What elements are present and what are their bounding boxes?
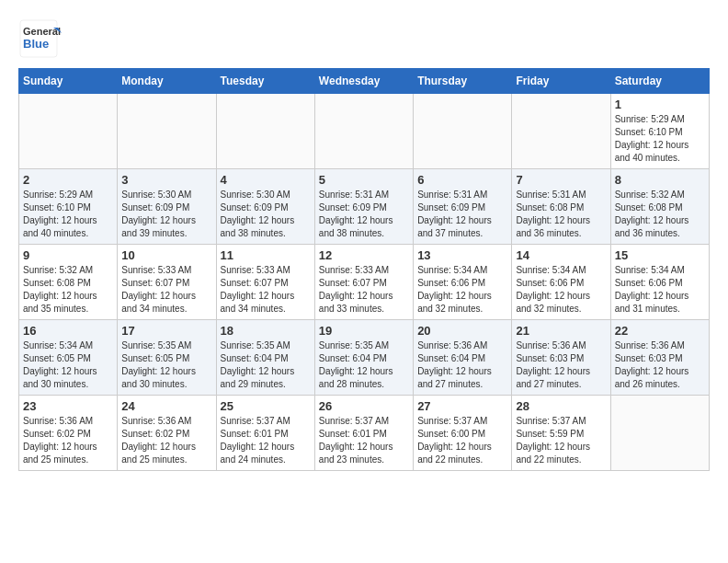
logo-svg: General Blue: [18, 18, 64, 59]
day-info: Sunrise: 5:32 AM Sunset: 6:08 PM Dayligh…: [615, 189, 705, 240]
calendar-cell: 6Sunrise: 5:31 AM Sunset: 6:09 PM Daylig…: [414, 169, 512, 245]
day-info: Sunrise: 5:31 AM Sunset: 6:08 PM Dayligh…: [516, 189, 606, 240]
calendar-cell: 16Sunrise: 5:34 AM Sunset: 6:05 PM Dayli…: [19, 320, 118, 396]
day-info: Sunrise: 5:37 AM Sunset: 6:01 PM Dayligh…: [221, 415, 311, 466]
col-header-thursday: Thursday: [414, 69, 512, 94]
day-info: Sunrise: 5:37 AM Sunset: 5:59 PM Dayligh…: [516, 415, 606, 466]
day-number: 4: [221, 173, 311, 187]
calendar-cell: 9Sunrise: 5:32 AM Sunset: 6:08 PM Daylig…: [19, 245, 118, 320]
svg-text:Blue: Blue: [23, 37, 49, 51]
day-number: 12: [319, 248, 409, 262]
day-number: 2: [23, 173, 113, 187]
day-number: 9: [23, 248, 113, 262]
calendar-cell: [414, 94, 512, 169]
day-number: 15: [615, 248, 705, 262]
day-number: 19: [319, 324, 409, 338]
day-number: 24: [121, 399, 211, 413]
calendar-cell: [118, 94, 216, 169]
day-info: Sunrise: 5:36 AM Sunset: 6:02 PM Dayligh…: [121, 415, 211, 466]
calendar-cell: 1Sunrise: 5:29 AM Sunset: 6:10 PM Daylig…: [610, 94, 709, 169]
day-info: Sunrise: 5:30 AM Sunset: 6:09 PM Dayligh…: [121, 189, 211, 240]
calendar-cell: 8Sunrise: 5:32 AM Sunset: 6:08 PM Daylig…: [610, 169, 709, 245]
day-info: Sunrise: 5:31 AM Sunset: 6:09 PM Dayligh…: [319, 189, 409, 240]
calendar-cell: 7Sunrise: 5:31 AM Sunset: 6:08 PM Daylig…: [512, 169, 610, 245]
day-info: Sunrise: 5:30 AM Sunset: 6:09 PM Dayligh…: [221, 189, 311, 240]
day-info: Sunrise: 5:34 AM Sunset: 6:06 PM Dayligh…: [516, 264, 606, 316]
calendar-cell: [216, 94, 314, 169]
day-number: 28: [516, 399, 606, 413]
svg-text:General: General: [23, 26, 61, 37]
day-info: Sunrise: 5:36 AM Sunset: 6:03 PM Dayligh…: [615, 339, 705, 391]
day-number: 5: [319, 173, 409, 187]
calendar-cell: 19Sunrise: 5:35 AM Sunset: 6:04 PM Dayli…: [314, 320, 413, 396]
calendar-header-row: SundayMondayTuesdayWednesdayThursdayFrid…: [19, 69, 710, 94]
day-number: 25: [221, 399, 311, 413]
calendar-cell: 18Sunrise: 5:35 AM Sunset: 6:04 PM Dayli…: [216, 320, 314, 396]
day-info: Sunrise: 5:35 AM Sunset: 6:04 PM Dayligh…: [221, 339, 311, 391]
calendar-cell: 24Sunrise: 5:36 AM Sunset: 6:02 PM Dayli…: [118, 396, 216, 471]
col-header-sunday: Sunday: [19, 69, 118, 94]
day-number: 3: [121, 173, 211, 187]
day-info: Sunrise: 5:33 AM Sunset: 6:07 PM Dayligh…: [221, 264, 311, 316]
calendar-cell: 12Sunrise: 5:33 AM Sunset: 6:07 PM Dayli…: [314, 245, 413, 320]
day-number: 18: [221, 324, 311, 338]
day-number: 20: [417, 324, 507, 338]
calendar-cell: 14Sunrise: 5:34 AM Sunset: 6:06 PM Dayli…: [512, 245, 610, 320]
day-info: Sunrise: 5:35 AM Sunset: 6:04 PM Dayligh…: [319, 339, 409, 391]
day-info: Sunrise: 5:29 AM Sunset: 6:10 PM Dayligh…: [615, 113, 705, 165]
calendar-cell: 28Sunrise: 5:37 AM Sunset: 5:59 PM Dayli…: [512, 396, 610, 471]
calendar-cell: 11Sunrise: 5:33 AM Sunset: 6:07 PM Dayli…: [216, 245, 314, 320]
day-info: Sunrise: 5:36 AM Sunset: 6:03 PM Dayligh…: [516, 339, 606, 391]
day-number: 7: [516, 173, 606, 187]
day-number: 17: [121, 324, 211, 338]
day-number: 23: [23, 399, 113, 413]
day-info: Sunrise: 5:33 AM Sunset: 6:07 PM Dayligh…: [319, 264, 409, 316]
day-info: Sunrise: 5:34 AM Sunset: 6:06 PM Dayligh…: [615, 264, 705, 316]
day-number: 6: [417, 173, 507, 187]
day-number: 1: [615, 98, 705, 111]
day-number: 22: [615, 324, 705, 338]
col-header-wednesday: Wednesday: [314, 69, 413, 94]
day-info: Sunrise: 5:36 AM Sunset: 6:02 PM Dayligh…: [23, 415, 113, 466]
day-number: 27: [417, 399, 507, 413]
day-number: 21: [516, 324, 606, 338]
day-info: Sunrise: 5:34 AM Sunset: 6:05 PM Dayligh…: [23, 339, 113, 391]
calendar-cell: 25Sunrise: 5:37 AM Sunset: 6:01 PM Dayli…: [216, 396, 314, 471]
week-row-4: 16Sunrise: 5:34 AM Sunset: 6:05 PM Dayli…: [19, 320, 710, 396]
day-info: Sunrise: 5:37 AM Sunset: 6:01 PM Dayligh…: [319, 415, 409, 466]
day-number: 26: [319, 399, 409, 413]
logo: General Blue: [18, 18, 64, 59]
calendar-cell: [314, 94, 413, 169]
calendar-cell: 26Sunrise: 5:37 AM Sunset: 6:01 PM Dayli…: [314, 396, 413, 471]
col-header-monday: Monday: [118, 69, 216, 94]
day-info: Sunrise: 5:31 AM Sunset: 6:09 PM Dayligh…: [417, 189, 507, 240]
week-row-5: 23Sunrise: 5:36 AM Sunset: 6:02 PM Dayli…: [19, 396, 710, 471]
day-info: Sunrise: 5:34 AM Sunset: 6:06 PM Dayligh…: [417, 264, 507, 316]
calendar-cell: 5Sunrise: 5:31 AM Sunset: 6:09 PM Daylig…: [314, 169, 413, 245]
calendar-cell: 2Sunrise: 5:29 AM Sunset: 6:10 PM Daylig…: [19, 169, 118, 245]
calendar-cell: 10Sunrise: 5:33 AM Sunset: 6:07 PM Dayli…: [118, 245, 216, 320]
calendar-cell: [610, 396, 709, 471]
page-header: General Blue: [18, 18, 710, 59]
col-header-friday: Friday: [512, 69, 610, 94]
day-info: Sunrise: 5:33 AM Sunset: 6:07 PM Dayligh…: [121, 264, 211, 316]
calendar-cell: 22Sunrise: 5:36 AM Sunset: 6:03 PM Dayli…: [610, 320, 709, 396]
week-row-3: 9Sunrise: 5:32 AM Sunset: 6:08 PM Daylig…: [19, 245, 710, 320]
week-row-2: 2Sunrise: 5:29 AM Sunset: 6:10 PM Daylig…: [19, 169, 710, 245]
day-number: 16: [23, 324, 113, 338]
day-number: 10: [121, 248, 211, 262]
col-header-tuesday: Tuesday: [216, 69, 314, 94]
day-info: Sunrise: 5:37 AM Sunset: 6:00 PM Dayligh…: [417, 415, 507, 466]
calendar-cell: 15Sunrise: 5:34 AM Sunset: 6:06 PM Dayli…: [610, 245, 709, 320]
calendar-cell: 20Sunrise: 5:36 AM Sunset: 6:04 PM Dayli…: [414, 320, 512, 396]
calendar-cell: 27Sunrise: 5:37 AM Sunset: 6:00 PM Dayli…: [414, 396, 512, 471]
calendar-cell: [19, 94, 118, 169]
col-header-saturday: Saturday: [610, 69, 709, 94]
day-info: Sunrise: 5:36 AM Sunset: 6:04 PM Dayligh…: [417, 339, 507, 391]
calendar-cell: 21Sunrise: 5:36 AM Sunset: 6:03 PM Dayli…: [512, 320, 610, 396]
day-info: Sunrise: 5:35 AM Sunset: 6:05 PM Dayligh…: [121, 339, 211, 391]
day-number: 14: [516, 248, 606, 262]
calendar-cell: 13Sunrise: 5:34 AM Sunset: 6:06 PM Dayli…: [414, 245, 512, 320]
calendar-cell: 4Sunrise: 5:30 AM Sunset: 6:09 PM Daylig…: [216, 169, 314, 245]
calendar-cell: 23Sunrise: 5:36 AM Sunset: 6:02 PM Dayli…: [19, 396, 118, 471]
